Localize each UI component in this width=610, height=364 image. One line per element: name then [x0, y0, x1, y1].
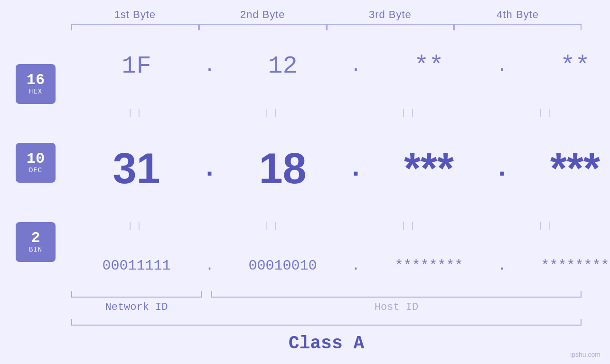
bracket-1 [71, 24, 199, 30]
eq-2-4: || [481, 221, 610, 230]
byte-headers: 1st Byte 2nd Byte 3rd Byte 4th Byte [71, 0, 610, 21]
dot-hex-3: . [497, 56, 508, 77]
content-area: 16 HEX 10 DEC 2 BIN 1F [0, 35, 610, 291]
byte-header-4: 4th Byte [454, 9, 582, 21]
dot-bin-3: . [498, 258, 507, 274]
host-id-label: Host ID [211, 301, 582, 313]
hex-cell-3: ** [364, 52, 494, 80]
dec-cell-1: 31 [71, 144, 202, 193]
network-host-brackets [71, 291, 582, 298]
dot-dec-2: . [348, 154, 364, 184]
labels-column: 16 HEX 10 DEC 2 BIN [0, 35, 71, 291]
eq-1-4: || [481, 108, 610, 117]
eq-1-3: || [345, 108, 475, 117]
dec-cell-4: *** [510, 144, 610, 193]
network-id-label: Network ID [71, 301, 202, 313]
byte-header-3: 3rd Byte [327, 9, 454, 21]
hex-cell-2: 12 [217, 52, 348, 80]
byte-header-2: 2nd Byte [199, 9, 327, 21]
hex-cell-1: 1F [71, 52, 202, 80]
bracket-gap-1 [202, 291, 211, 298]
bracket-4 [454, 24, 582, 30]
hex-badge: 16 HEX [16, 64, 56, 104]
dec-cell-2: 18 [217, 144, 348, 193]
main-container: 1st Byte 2nd Byte 3rd Byte 4th Byte 16 H… [0, 0, 610, 364]
eq-2-2: || [208, 221, 338, 230]
bin-cell-4: ******** [510, 258, 610, 274]
dot-dec-3: . [494, 154, 510, 184]
watermark: ipshu.com [570, 351, 601, 358]
bin-cell-2: 00010010 [217, 258, 348, 274]
full-bracket [71, 319, 582, 326]
bin-row: 00011111 . 00010010 . ******** . *******… [71, 258, 610, 274]
eq-2-3: || [345, 221, 475, 230]
header-brackets [71, 24, 610, 30]
bin-badge: 2 BIN [16, 222, 56, 262]
dec-badge: 10 DEC [16, 143, 56, 183]
eq-1-2: || [208, 108, 338, 117]
data-grid: 1F . 12 . ** . ** | [71, 35, 610, 291]
label-gap [202, 301, 211, 313]
bracket-2 [199, 24, 327, 30]
dot-dec-1: . [202, 154, 217, 184]
bottom-section: Network ID Host ID Class A [71, 291, 582, 364]
dec-row: 31 . 18 . *** . *** [71, 144, 610, 193]
dot-hex-1: . [204, 56, 216, 77]
bracket-3 [327, 24, 454, 30]
class-label: Class A [71, 329, 582, 359]
equals-row-2: || || || || [71, 218, 610, 233]
host-bracket [211, 291, 582, 298]
dot-bin-1: . [206, 258, 214, 274]
bin-cell-3: ******** [364, 258, 494, 274]
dot-bin-2: . [352, 258, 360, 274]
dec-cell-3: *** [364, 144, 494, 193]
dot-hex-2: . [350, 56, 362, 77]
hex-cell-4: ** [510, 52, 610, 80]
network-host-labels: Network ID Host ID [71, 301, 582, 313]
eq-2-1: || [71, 221, 202, 230]
hex-row: 1F . 12 . ** . ** [71, 52, 610, 80]
byte-header-1: 1st Byte [71, 9, 199, 21]
equals-row-1: || || || || [71, 105, 610, 120]
eq-1-1: || [71, 108, 202, 117]
network-bracket [71, 291, 202, 298]
bin-cell-1: 00011111 [71, 258, 202, 274]
